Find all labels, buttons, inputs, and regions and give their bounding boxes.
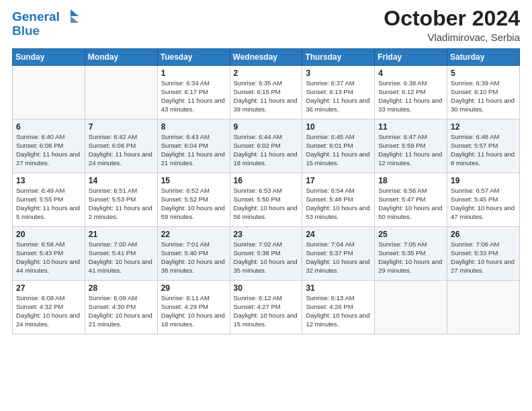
day-info: Sunrise: 6:39 AM Sunset: 6:10 PM Dayligh… — [451, 79, 517, 113]
day-number: 30 — [234, 283, 300, 293]
calendar-cell: 2Sunrise: 6:35 AM Sunset: 6:15 PM Daylig… — [230, 66, 302, 120]
logo-text: General — [12, 10, 60, 23]
calendar-cell: 29Sunrise: 6:11 AM Sunset: 4:29 PM Dayli… — [157, 281, 230, 334]
day-number: 29 — [161, 283, 227, 293]
day-number: 3 — [306, 68, 371, 78]
calendar-cell: 9Sunrise: 6:44 AM Sunset: 6:02 PM Daylig… — [230, 120, 302, 173]
day-info: Sunrise: 6:56 AM Sunset: 5:47 PM Dayligh… — [378, 187, 444, 221]
day-info: Sunrise: 6:47 AM Sunset: 5:59 PM Dayligh… — [378, 133, 444, 167]
day-info: Sunrise: 6:44 AM Sunset: 6:02 PM Dayligh… — [234, 133, 300, 167]
day-number: 1 — [161, 68, 227, 78]
calendar-cell — [447, 281, 520, 334]
calendar-cell: 13Sunrise: 6:49 AM Sunset: 5:55 PM Dayli… — [13, 173, 85, 227]
day-number: 9 — [234, 122, 300, 132]
calendar-cell: 31Sunrise: 6:13 AM Sunset: 4:26 PM Dayli… — [302, 281, 375, 334]
day-number: 10 — [306, 122, 371, 132]
day-info: Sunrise: 6:40 AM Sunset: 6:08 PM Dayligh… — [16, 133, 82, 167]
day-info: Sunrise: 6:54 AM Sunset: 5:48 PM Dayligh… — [306, 187, 371, 221]
logo-icon — [61, 7, 80, 26]
calendar-cell: 8Sunrise: 6:43 AM Sunset: 6:04 PM Daylig… — [157, 120, 230, 173]
day-info: Sunrise: 6:08 AM Sunset: 4:32 PM Dayligh… — [16, 294, 82, 328]
day-info: Sunrise: 6:51 AM Sunset: 5:53 PM Dayligh… — [89, 187, 154, 221]
calendar-cell: 26Sunrise: 7:06 AM Sunset: 5:33 PM Dayli… — [447, 227, 520, 281]
day-info: Sunrise: 6:57 AM Sunset: 5:45 PM Dayligh… — [451, 187, 517, 221]
calendar-cell: 24Sunrise: 7:04 AM Sunset: 5:37 PM Dayli… — [302, 227, 375, 281]
day-info: Sunrise: 6:37 AM Sunset: 6:13 PM Dayligh… — [306, 79, 371, 113]
day-number: 2 — [234, 68, 300, 78]
day-info: Sunrise: 6:45 AM Sunset: 6:01 PM Dayligh… — [306, 133, 371, 167]
day-number: 14 — [89, 176, 154, 185]
calendar-cell: 5Sunrise: 6:39 AM Sunset: 6:10 PM Daylig… — [447, 66, 520, 120]
calendar-cell: 1Sunrise: 6:34 AM Sunset: 6:17 PM Daylig… — [157, 66, 230, 120]
weekday-header-tuesday: Tuesday — [157, 49, 230, 66]
svg-marker-1 — [71, 16, 79, 23]
day-number: 16 — [234, 176, 300, 185]
day-number: 22 — [161, 230, 227, 239]
day-info: Sunrise: 6:52 AM Sunset: 5:52 PM Dayligh… — [161, 187, 227, 221]
weekday-header-thursday: Thursday — [302, 49, 375, 66]
day-info: Sunrise: 6:34 AM Sunset: 6:17 PM Dayligh… — [161, 79, 227, 113]
day-number: 27 — [16, 283, 82, 293]
location-title: Vladimirovac, Serbia — [384, 32, 520, 43]
day-number: 21 — [89, 230, 154, 239]
day-info: Sunrise: 7:04 AM Sunset: 5:37 PM Dayligh… — [306, 240, 371, 275]
day-info: Sunrise: 6:58 AM Sunset: 5:43 PM Dayligh… — [16, 240, 82, 275]
day-info: Sunrise: 7:06 AM Sunset: 5:33 PM Dayligh… — [451, 240, 517, 275]
day-info: Sunrise: 6:42 AM Sunset: 6:06 PM Dayligh… — [89, 133, 154, 167]
calendar-cell: 23Sunrise: 7:02 AM Sunset: 5:38 PM Dayli… — [230, 227, 302, 281]
calendar-cell — [13, 66, 85, 120]
calendar-cell: 10Sunrise: 6:45 AM Sunset: 6:01 PM Dayli… — [302, 120, 375, 173]
day-number: 6 — [16, 122, 82, 132]
calendar-cell: 14Sunrise: 6:51 AM Sunset: 5:53 PM Dayli… — [85, 173, 157, 227]
calendar-cell — [375, 281, 447, 334]
day-number: 11 — [378, 122, 444, 132]
day-number: 31 — [306, 283, 371, 293]
day-info: Sunrise: 6:48 AM Sunset: 5:57 PM Dayligh… — [451, 133, 517, 167]
weekday-header-monday: Monday — [85, 49, 157, 66]
day-number: 4 — [378, 68, 444, 78]
weekday-header-wednesday: Wednesday — [230, 49, 302, 66]
day-info: Sunrise: 6:35 AM Sunset: 6:15 PM Dayligh… — [234, 79, 300, 113]
calendar-cell: 28Sunrise: 6:09 AM Sunset: 4:30 PM Dayli… — [85, 281, 157, 334]
calendar-cell: 6Sunrise: 6:40 AM Sunset: 6:08 PM Daylig… — [13, 120, 85, 173]
logo: General Blue — [12, 7, 80, 37]
month-title: October 2024 — [384, 7, 520, 30]
weekday-header-sunday: Sunday — [13, 49, 85, 66]
title-block: October 2024 Vladimirovac, Serbia — [384, 7, 520, 43]
day-number: 15 — [161, 176, 227, 185]
day-info: Sunrise: 6:12 AM Sunset: 4:27 PM Dayligh… — [234, 294, 300, 328]
day-number: 24 — [306, 230, 371, 239]
calendar-cell: 20Sunrise: 6:58 AM Sunset: 5:43 PM Dayli… — [13, 227, 85, 281]
day-number: 25 — [378, 230, 444, 239]
header: General Blue October 2024 Vladimirovac, … — [12, 7, 520, 43]
day-number: 19 — [451, 176, 517, 185]
day-info: Sunrise: 6:09 AM Sunset: 4:30 PM Dayligh… — [89, 294, 154, 328]
day-info: Sunrise: 7:01 AM Sunset: 5:40 PM Dayligh… — [161, 240, 227, 275]
calendar-cell: 16Sunrise: 6:53 AM Sunset: 5:50 PM Dayli… — [230, 173, 302, 227]
page: General Blue October 2024 Vladimirovac, … — [0, 0, 532, 411]
calendar-cell — [85, 66, 157, 120]
day-info: Sunrise: 6:11 AM Sunset: 4:29 PM Dayligh… — [161, 294, 227, 328]
calendar-cell: 17Sunrise: 6:54 AM Sunset: 5:48 PM Dayli… — [302, 173, 375, 227]
calendar-cell: 19Sunrise: 6:57 AM Sunset: 5:45 PM Dayli… — [447, 173, 520, 227]
calendar-cell: 7Sunrise: 6:42 AM Sunset: 6:06 PM Daylig… — [85, 120, 157, 173]
logo-blue-text: Blue — [12, 24, 40, 37]
calendar-cell: 18Sunrise: 6:56 AM Sunset: 5:47 PM Dayli… — [375, 173, 447, 227]
day-number: 12 — [451, 122, 517, 132]
calendar-cell: 30Sunrise: 6:12 AM Sunset: 4:27 PM Dayli… — [230, 281, 302, 334]
calendar-cell: 4Sunrise: 6:38 AM Sunset: 6:12 PM Daylig… — [375, 66, 447, 120]
calendar-cell: 3Sunrise: 6:37 AM Sunset: 6:13 PM Daylig… — [302, 66, 375, 120]
day-number: 7 — [89, 122, 154, 132]
day-number: 20 — [16, 230, 82, 239]
calendar-cell: 27Sunrise: 6:08 AM Sunset: 4:32 PM Dayli… — [13, 281, 85, 334]
day-number: 13 — [16, 176, 82, 185]
day-number: 26 — [451, 230, 517, 239]
day-number: 28 — [89, 283, 154, 293]
calendar-cell: 25Sunrise: 7:05 AM Sunset: 5:35 PM Dayli… — [375, 227, 447, 281]
day-info: Sunrise: 7:05 AM Sunset: 5:35 PM Dayligh… — [378, 240, 444, 275]
calendar-cell: 11Sunrise: 6:47 AM Sunset: 5:59 PM Dayli… — [375, 120, 447, 173]
day-info: Sunrise: 6:38 AM Sunset: 6:12 PM Dayligh… — [378, 79, 444, 113]
day-number: 18 — [378, 176, 444, 185]
calendar-cell: 12Sunrise: 6:48 AM Sunset: 5:57 PM Dayli… — [447, 120, 520, 173]
calendar-cell: 15Sunrise: 6:52 AM Sunset: 5:52 PM Dayli… — [157, 173, 230, 227]
